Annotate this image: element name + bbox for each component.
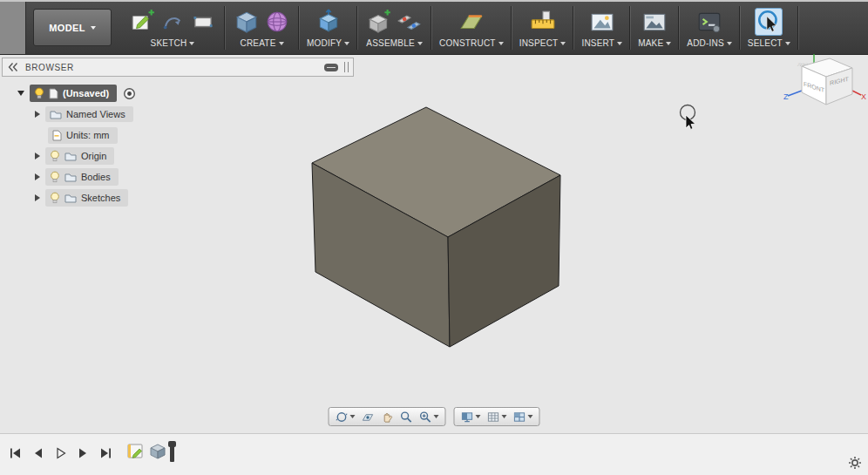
toolbar-grip[interactable] (0, 2, 26, 54)
browser-row-root: (Unsaved) (2, 83, 354, 104)
collapsed-arrow-icon[interactable] (35, 173, 40, 180)
browser-item-label: Named Views (66, 110, 125, 119)
browser-item-units[interactable]: Units: mm (48, 127, 118, 144)
workspace-label: MODEL (49, 23, 85, 33)
dropdown-arrow-icon (727, 42, 732, 45)
lightbulb-icon[interactable] (50, 171, 60, 183)
expand-arrow-icon[interactable] (17, 91, 24, 96)
fusion-app-window: MODEL SKETCH (0, 0, 868, 475)
z-axis-label: Z (783, 92, 789, 101)
sketch-rectangle-icon[interactable] (189, 8, 217, 36)
workspace-switcher-button[interactable]: MODEL (33, 9, 112, 46)
select-icons (755, 6, 783, 37)
new-component-icon[interactable] (365, 8, 393, 36)
lightbulb-icon[interactable] (50, 192, 60, 204)
group-label-text: MODIFY (307, 38, 342, 48)
browser-item-sketches[interactable]: Sketches (45, 189, 128, 207)
navigation-bar (329, 407, 540, 426)
toolbar-menu-sketch[interactable]: SKETCH (151, 38, 195, 48)
toolbar-group-modify: MODIFY (299, 2, 357, 54)
orbit-button[interactable] (336, 411, 356, 424)
dropdown-arrow-icon (560, 42, 566, 45)
lightbulb-icon[interactable] (34, 87, 44, 99)
group-label-text: MAKE (638, 38, 663, 48)
viewports-button[interactable] (513, 411, 533, 424)
insert-canvas-icon[interactable] (588, 8, 616, 36)
lightbulb-icon[interactable] (50, 150, 60, 162)
toolbar-group-assemble: ASSEMBLE (357, 2, 431, 54)
toolbar-menu-construct[interactable]: CONSTRUCT (439, 38, 504, 48)
browser-header[interactable]: BROWSER (2, 58, 354, 77)
step-back-button[interactable] (31, 447, 44, 459)
toolbar-menu-insert[interactable]: INSERT (581, 38, 622, 48)
sketch-spline-icon[interactable] (159, 8, 186, 36)
activate-component-radio[interactable] (123, 87, 136, 100)
grid-layout-button[interactable] (487, 411, 507, 424)
browser-item-origin[interactable]: Origin (45, 147, 114, 165)
toolbar-menu-create[interactable]: CREATE (240, 38, 283, 48)
toolbar-menu-modify[interactable]: MODIFY (307, 38, 349, 48)
timeline-extrude-feature-icon[interactable] (148, 440, 167, 461)
grid-icon (487, 411, 500, 424)
panel-resize-handle[interactable] (344, 62, 349, 72)
browser-item-root[interactable]: (Unsaved) (30, 85, 117, 102)
browser-item-bodies[interactable]: Bodies (45, 168, 119, 186)
timeline-playhead[interactable] (170, 441, 174, 462)
measure-icon[interactable] (529, 8, 557, 36)
dropdown-arrow-icon (417, 42, 423, 45)
zoom-button[interactable] (400, 411, 413, 424)
toolbar-menu-make[interactable]: MAKE (638, 38, 671, 48)
joint-icon[interactable] (396, 8, 424, 36)
toolbar-group-construct: CONSTRUCT (431, 2, 512, 54)
toolbar-menu-assemble[interactable]: ASSEMBLE (366, 38, 423, 48)
make-3d-print-icon[interactable] (641, 8, 668, 36)
dropdown-arrow-icon (498, 42, 504, 45)
sketch-icons (128, 6, 217, 37)
modify-icons (315, 6, 342, 37)
timeline-settings-gear-icon[interactable] (848, 456, 862, 470)
toolbar-group-sketch: SKETCH (120, 2, 225, 54)
toolbar-menu-inspect[interactable]: INSPECT (519, 38, 566, 48)
go-to-start-button[interactable] (9, 447, 22, 459)
collapsed-arrow-icon[interactable] (35, 111, 40, 118)
display-settings-button[interactable] (461, 411, 481, 424)
dropdown-arrow-icon (476, 415, 481, 418)
press-pull-icon[interactable] (315, 8, 342, 36)
collapsed-arrow-icon[interactable] (35, 194, 40, 201)
pan-button[interactable] (381, 411, 394, 424)
zoom-window-icon (419, 411, 432, 424)
group-label-text: SKETCH (151, 38, 187, 48)
scripts-addins-icon[interactable] (695, 8, 723, 36)
folder-icon (64, 151, 77, 161)
browser-item-named-views[interactable]: Named Views (45, 106, 133, 122)
zoom-window-button[interactable] (419, 411, 439, 424)
toolbar-menu-select[interactable]: SELECT (748, 38, 790, 48)
select-tool-icon[interactable] (755, 8, 783, 36)
construct-plane-icon[interactable] (458, 8, 485, 36)
collapsed-arrow-icon[interactable] (35, 153, 40, 159)
toolbar-group-inspect: INSPECT (512, 2, 574, 54)
z-axis-line (788, 91, 802, 96)
create-form-icon[interactable] (263, 8, 291, 36)
toolbar-group-addins: ADD-INS (679, 2, 740, 54)
dropdown-arrow-icon (350, 415, 356, 418)
assemble-icons (365, 6, 424, 37)
toolbar-menu-addins[interactable]: ADD-INS (687, 38, 732, 48)
timeline-features (126, 440, 174, 462)
step-forward-button[interactable] (77, 447, 90, 459)
timeline-sketch-feature-icon[interactable] (126, 440, 146, 461)
document-icon (49, 88, 58, 99)
browser-title: BROWSER (25, 63, 74, 72)
browser-display-toggle-icon[interactable] (324, 64, 338, 71)
browser-tree: (Unsaved) Named Views Units: mm (2, 77, 354, 208)
create-sketch-icon[interactable] (128, 8, 156, 36)
look-at-button[interactable] (362, 411, 375, 424)
group-label-text: INSERT (581, 38, 614, 48)
group-label-text: INSPECT (519, 38, 559, 48)
go-to-end-button[interactable] (99, 447, 112, 459)
view-cube[interactable]: Z X TOP FRONT RIGHT (781, 51, 868, 127)
play-button[interactable] (54, 447, 67, 459)
dropdown-arrow-icon (91, 26, 96, 30)
collapse-panel-icon[interactable] (7, 62, 19, 72)
create-box-icon[interactable] (233, 8, 261, 36)
